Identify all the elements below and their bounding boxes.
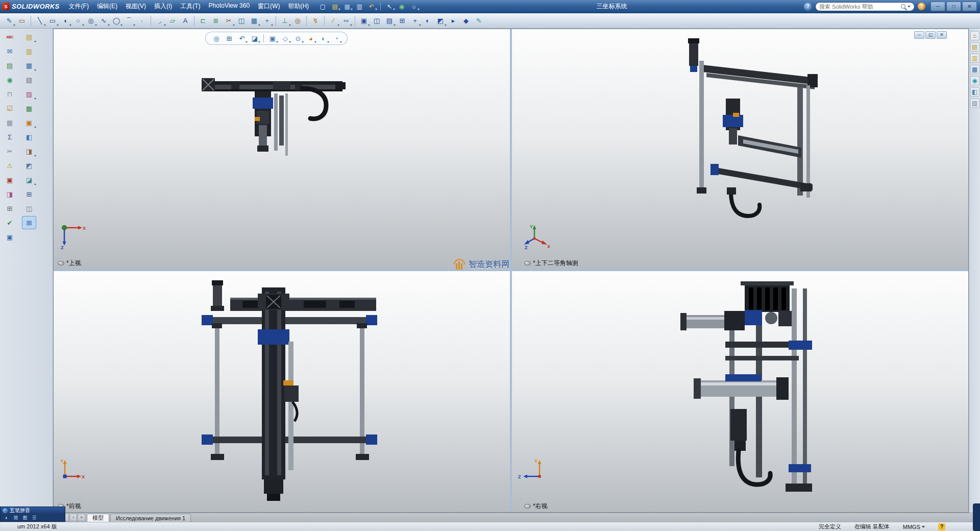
addins-icon[interactable]: ◧ <box>22 130 36 143</box>
model-right-view[interactable] <box>680 280 818 510</box>
rapid-sketch-icon[interactable]: ↯ <box>309 15 322 27</box>
appearances-icon[interactable]: ◉ <box>970 76 979 85</box>
view-settings-icon[interactable]: ◔ <box>331 33 342 44</box>
block-icon[interactable]: ▣ <box>3 173 17 186</box>
circle-icon[interactable]: ○ <box>72 15 84 27</box>
orientation-triad[interactable]: Y Z <box>518 456 545 482</box>
new-document-icon[interactable]: ▢ <box>317 2 328 11</box>
reference-geometry-icon[interactable]: ∕ <box>327 15 339 27</box>
menu-edit[interactable]: 编辑(E) <box>93 1 121 12</box>
ime-mode-icon[interactable]: ◐ <box>3 515 11 521</box>
minimize-button[interactable]: ─ <box>930 2 945 11</box>
close-button[interactable]: ✕ <box>962 2 977 11</box>
model-top-view[interactable] <box>202 68 360 160</box>
undo-icon[interactable]: ↶ <box>366 2 377 11</box>
design-library-icon[interactable]: ▤ <box>970 42 979 52</box>
section-view-icon[interactable]: ◪ <box>249 33 260 44</box>
menu-photoview[interactable]: PhotoView 360 <box>205 1 254 12</box>
viewport-isometric-view[interactable]: Y X Z *上下二等角轴测 <box>512 29 968 269</box>
arc-icon[interactable]: ⌒ <box>123 15 135 27</box>
model-front-view[interactable] <box>181 280 380 505</box>
design-checker-icon[interactable]: ☑ <box>3 102 17 115</box>
slot-icon[interactable]: ◖ <box>59 15 71 27</box>
search-dropdown-caret-icon[interactable] <box>908 6 911 8</box>
macro-icon[interactable]: ▣ <box>22 116 36 129</box>
rectangle-icon[interactable]: ▭ <box>46 15 59 27</box>
paint-icon[interactable]: ◨ <box>3 187 17 201</box>
render-icon[interactable]: ◪ <box>22 173 36 186</box>
select-icon[interactable]: ↖ <box>384 2 395 11</box>
menu-window[interactable]: 窗口(W) <box>254 1 284 12</box>
next-tab-button[interactable]: › <box>69 514 77 521</box>
grid-icon[interactable]: ▦ <box>3 116 17 129</box>
model-isometric-view[interactable] <box>683 38 826 237</box>
resources-icon[interactable]: ⌂ <box>970 31 979 40</box>
mate-icon[interactable]: ◫ <box>371 15 383 27</box>
open-folder-icon[interactable]: ▤ <box>22 30 36 43</box>
display-style-icon[interactable]: ◇ <box>280 33 291 44</box>
curves-icon[interactable]: ∾ <box>340 15 352 27</box>
notes-icon[interactable]: ◩ <box>22 159 36 172</box>
verify-icon[interactable]: ✔ <box>3 216 17 229</box>
text-icon[interactable]: A <box>179 15 191 27</box>
plane-icon[interactable]: ▱ <box>166 15 179 27</box>
repair-sketch-icon[interactable]: ◎ <box>291 15 304 27</box>
eraser-icon[interactable]: ▭ <box>16 15 28 27</box>
menu-file[interactable]: 文件(F) <box>65 1 93 12</box>
toolbox-icon[interactable]: ⊞ <box>3 202 17 215</box>
orientation-triad[interactable]: Y X Z <box>524 223 551 250</box>
rebuild-icon[interactable]: ◉ <box>396 2 407 11</box>
help-icon[interactable]: ? <box>918 3 925 10</box>
point-icon[interactable]: ∙ <box>136 15 148 27</box>
spline-icon[interactable]: ∿ <box>97 15 110 27</box>
design-binder-icon[interactable]: ▦ <box>22 59 36 72</box>
fillet-icon[interactable]: ◞ <box>154 15 166 27</box>
maximize-button[interactable]: □ <box>946 2 961 11</box>
view-palette-icon[interactable]: ▦ <box>970 65 979 74</box>
edit-appearance-icon[interactable]: ◕ <box>305 33 316 44</box>
doc-restore-button[interactable]: ◱ <box>925 31 936 39</box>
tab-model[interactable]: 模型 <box>87 514 109 522</box>
line-icon[interactable]: ╲ <box>34 15 46 27</box>
linear-sketch-pattern-icon[interactable]: ▦ <box>248 15 260 27</box>
custom-properties-icon[interactable]: ▧ <box>970 99 979 108</box>
convert-entities-icon[interactable]: ⊏ <box>197 15 209 27</box>
offset-entities-icon[interactable]: ≣ <box>210 15 222 27</box>
taskbar-peek[interactable] <box>973 503 980 531</box>
statusbar-help-icon[interactable]: ? <box>938 523 945 530</box>
menu-help[interactable]: 帮助(H) <box>284 1 313 12</box>
insert-components-icon[interactable]: ▣ <box>358 15 370 27</box>
exploded-view-icon[interactable]: ◆ <box>460 15 472 27</box>
show-hidden-components-icon[interactable]: ◐ <box>422 15 434 27</box>
apply-scene-icon[interactable]: ◐ <box>318 33 329 44</box>
open-document-icon[interactable]: ▤ <box>329 2 340 11</box>
doc-minimize-button[interactable]: ─ <box>914 31 924 39</box>
smart-fasteners-icon[interactable]: ⊞ <box>396 15 408 27</box>
design-table-icon[interactable]: ◨ <box>22 144 36 158</box>
save-icon[interactable]: ▦ <box>341 2 353 11</box>
spellcheck-icon[interactable]: ABC <box>3 30 17 43</box>
menu-view[interactable]: 视图(V) <box>121 1 150 12</box>
menu-insert[interactable]: 插入(I) <box>150 1 176 12</box>
ime-simplified-icon[interactable]: 简 <box>12 515 20 521</box>
texture-icon[interactable]: ▩ <box>22 102 36 115</box>
move-component-icon[interactable]: + <box>409 15 421 27</box>
measure-tool-icon[interactable]: ⊞ <box>22 187 36 201</box>
units-selector[interactable]: MMGS <box>903 524 925 530</box>
file-explorer-icon[interactable]: ▥ <box>970 54 979 63</box>
palette-icon[interactable]: ▨ <box>22 87 36 101</box>
orientation-triad[interactable]: Y X <box>60 456 86 482</box>
display-relations-icon[interactable]: ⊥ <box>279 15 291 27</box>
orientation-triad[interactable]: X Z <box>60 223 86 250</box>
previous-view-icon[interactable]: ↶ <box>236 33 248 44</box>
linear-component-pattern-icon[interactable]: ▤ <box>383 15 396 27</box>
print-icon[interactable]: ▥ <box>354 2 365 11</box>
doc-close-button[interactable]: ✕ <box>937 31 947 39</box>
hide-show-items-icon[interactable]: ⊙ <box>292 33 304 44</box>
trim-entities-icon[interactable]: ✂ <box>223 15 235 27</box>
ellipse-icon[interactable]: ◯ <box>110 15 122 27</box>
layers-icon[interactable]: ▧ <box>22 73 36 86</box>
last-tab-button[interactable]: » <box>78 514 85 521</box>
sustainability-icon[interactable]: ◉ <box>3 73 17 86</box>
viewport-splitter-horizontal[interactable] <box>54 269 968 271</box>
